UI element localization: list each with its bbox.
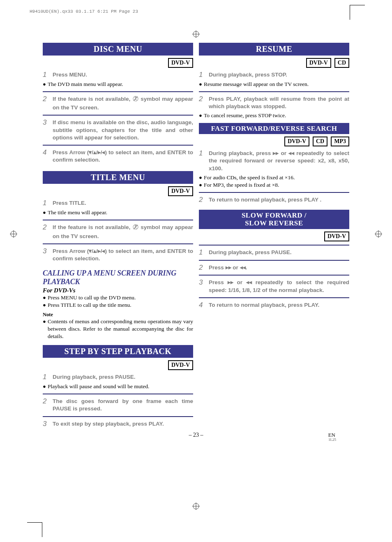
step-text-a: If the feature is not available, (53, 96, 132, 102)
bullet-icon: ● (199, 181, 204, 189)
step-number: 3 (43, 420, 53, 428)
section-disc-menu: DISC MENU (43, 43, 193, 56)
section-title-menu: TITLE MENU (43, 171, 193, 184)
step-text: During playback, press ▸▸ or ◂◂ repeated… (209, 150, 349, 172)
divider (43, 145, 193, 146)
step-text: Press PLAY, playback will resume from th… (209, 95, 349, 110)
bullet-icon: ● (199, 112, 204, 119)
bullet-text: Press TITLE to call up the title menu. (48, 301, 193, 309)
bullet-text: The title menu will appear. (48, 209, 193, 216)
badge-row: DVD-V (43, 58, 193, 68)
step-number: 1 (199, 150, 209, 158)
badge-row: DVD-V CD (199, 58, 349, 68)
step-number: 1 (199, 249, 209, 257)
bullet-text: For audio CDs, the speed is fixed at ×16… (204, 174, 349, 181)
step-text: If the feature is not available, symbol … (53, 224, 193, 240)
badge-cd: CD (334, 58, 349, 68)
step-number: 2 (199, 264, 209, 272)
step-number: 4 (43, 149, 53, 157)
step-text: The disc goes forward by one frame each … (53, 398, 193, 412)
badge-dvdv: DVD-V (284, 137, 309, 146)
badge-row: DVD-V (43, 360, 193, 370)
bullet-text: Press MENU to call up the DVD menu. (48, 294, 193, 301)
subheading-calling: CALLING UP A MENU SCREEN DURING PLAYBACK (43, 269, 193, 286)
bullet-icon: ● (43, 209, 48, 216)
bullet-icon: ● (199, 174, 204, 181)
step-text: Press Arrow (▾/▴/▸/◂) to select an item,… (53, 248, 193, 262)
divider (199, 91, 349, 92)
badge-row: DVD-V CD MP3 (199, 137, 349, 146)
step-number: 2 (43, 398, 53, 405)
registration-mark-top (192, 30, 200, 39)
divider (199, 260, 349, 261)
divider (43, 115, 193, 116)
section-step-playback: STEP BY STEP PLAYBACK (43, 345, 193, 358)
page-number: – 23 – (189, 432, 203, 438)
registration-mark-right (375, 230, 382, 239)
note-label: Note (43, 312, 193, 318)
section-slow-line1: SLOW FORWARD / (199, 211, 349, 220)
divider (199, 192, 349, 193)
bullet-text: Resume message will appear on the TV scr… (204, 81, 349, 88)
step-number: 2 (43, 95, 53, 103)
step-text: To return to normal playback, press PLAY… (209, 196, 349, 204)
step-text: If disc menu is available on the disc, a… (53, 119, 193, 141)
svg-line-17 (134, 225, 138, 229)
step-number: 3 (199, 279, 209, 287)
print-header: H9410UD(EN).qx33 03.1.17 6:21 PM Page 23 (30, 9, 138, 14)
step-number: 1 (43, 373, 53, 381)
divider (43, 91, 193, 92)
badge-dvdv: DVD-V (168, 58, 193, 68)
step-number: 3 (43, 248, 53, 255)
divider (43, 220, 193, 220)
section-ff-rev-search: FAST FORWARD/REVERSE SEARCH (199, 123, 349, 134)
no-service-icon (132, 95, 139, 104)
step-text: During playback, press PAUSE. (209, 249, 349, 256)
step-text: If the feature is not available, symbol … (53, 95, 193, 111)
bullet-text: To cancel resume, press STOP twice. (204, 112, 349, 119)
no-service-icon (132, 224, 139, 232)
step-text: To exit step by step playback, press PLA… (53, 420, 193, 428)
section-resume: RESUME (199, 43, 349, 56)
bullet-text: For MP3, the speed is fixed at ×8. (204, 181, 349, 189)
bullet-icon: ● (43, 294, 48, 301)
divider (43, 243, 193, 244)
divider (199, 245, 349, 246)
bullet-text: Contents of menus and corresponding menu… (48, 318, 193, 340)
badge-dvdv: DVD-V (324, 232, 349, 241)
page-code: 1L25 (328, 438, 336, 442)
divider (199, 275, 349, 276)
bullet-text: The DVD main menu will appear. (48, 81, 193, 88)
page-columns: DISC MENU DVD-V 1Press MENU. ●The DVD ma… (43, 43, 349, 429)
svg-line-14 (134, 97, 138, 101)
bullet-icon: ● (43, 383, 48, 390)
step-text: Press ▸▸ or ◂◂ repeatedly to select the … (209, 279, 349, 294)
badge-dvdv: DVD-V (168, 360, 193, 370)
crop-mark (27, 522, 42, 523)
crop-mark (350, 5, 365, 5)
step-number: 2 (199, 196, 209, 204)
left-column: DISC MENU DVD-V 1Press MENU. ●The DVD ma… (43, 43, 193, 429)
step-text: Press ▸▸ or ◂◂. (209, 264, 349, 271)
crop-mark (350, 5, 350, 20)
badge-cd: CD (313, 137, 327, 146)
subheading-for-dvdvs: For DVD-Vs (43, 287, 193, 294)
step-text: To return to normal playback, press PLAY… (209, 301, 349, 309)
divider (43, 394, 193, 394)
step-number: 4 (199, 301, 209, 309)
step-number: 1 (43, 71, 53, 79)
step-text: During playback, press STOP. (209, 71, 349, 79)
divider (199, 297, 349, 298)
bullet-icon: ● (43, 301, 48, 309)
badge-dvdv: DVD-V (168, 186, 193, 196)
divider (43, 416, 193, 417)
step-text: Press TITLE. (53, 199, 193, 207)
bullet-icon: ● (199, 81, 204, 88)
bullet-icon: ● (43, 318, 48, 325)
badge-row: DVD-V (43, 186, 193, 196)
step-text-a: If the feature is not available, (53, 224, 132, 230)
right-column: RESUME DVD-V CD 1During playback, press … (199, 43, 349, 429)
step-text: Press MENU. (53, 71, 193, 79)
step-number: 2 (43, 224, 53, 232)
bullet-text: Playback will pause and sound will be mu… (48, 383, 193, 390)
